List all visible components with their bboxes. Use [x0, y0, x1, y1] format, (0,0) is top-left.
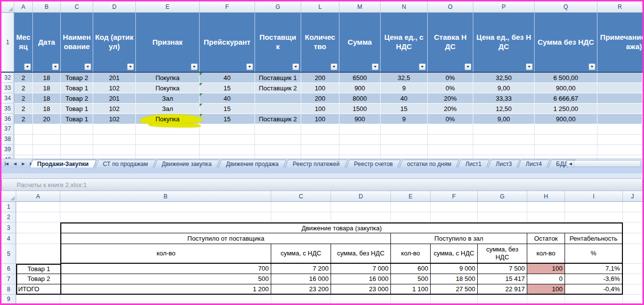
cell-P40[interactable]	[473, 155, 535, 159]
bottom-cell-I2[interactable]	[565, 212, 623, 222]
bottom-cell-G6[interactable]: 7 500	[478, 264, 527, 274]
bottom-cell-F8[interactable]: 27 500	[431, 284, 478, 295]
cell-O38[interactable]	[428, 135, 473, 145]
bottom-cell-J5[interactable]	[623, 244, 643, 264]
cell-C34[interactable]: Товар 2	[61, 93, 93, 104]
cell-N35[interactable]: 15	[381, 104, 428, 114]
tab-scroll-left-icon[interactable]: ◀	[567, 161, 574, 166]
bottom-cell-A6[interactable]: Товар 1	[16, 264, 60, 274]
cell-Q37[interactable]	[535, 124, 597, 135]
cell-P35[interactable]: 12,50	[473, 104, 535, 114]
bottom-row-header-5[interactable]: 5	[1, 244, 16, 264]
bottom-cell-H6[interactable]: 100	[527, 264, 565, 274]
bottom-cell-B9[interactable]	[60, 295, 271, 304]
window-title-bar[interactable]: Расчеты к книге 2.xlsx:1	[1, 178, 643, 191]
tab-nav-first[interactable]: ◀	[3, 161, 10, 167]
cell-E39[interactable]	[136, 145, 200, 155]
cell-D32[interactable]: 201	[93, 73, 136, 83]
row-header-36[interactable]: 36	[1, 114, 14, 124]
bottom-column-header-F[interactable]: F	[431, 191, 478, 201]
cell-M40[interactable]	[339, 155, 381, 159]
cell-M32[interactable]: 6500	[339, 73, 381, 83]
column-header-B[interactable]: B	[33, 1, 61, 12]
cell-M38[interactable]	[339, 135, 381, 145]
cell-B33[interactable]: 18	[33, 83, 61, 93]
group-header-rest[interactable]: Остаток	[527, 233, 565, 244]
cell-G40[interactable]	[255, 155, 301, 159]
cell-L39[interactable]	[301, 145, 339, 155]
cell-C38[interactable]	[61, 135, 93, 145]
cell-A36[interactable]: 2	[14, 114, 33, 124]
filter-button-G[interactable]	[292, 63, 299, 70]
header-cell-E[interactable]: Признак	[136, 13, 200, 72]
bottom-column-header-C[interactable]: C	[271, 191, 331, 201]
tab-nav-next[interactable]: ▶	[20, 161, 26, 167]
group-header-supplier[interactable]: Поступило от поставщика	[60, 233, 391, 244]
tab-scrollbar[interactable]: ◀	[567, 160, 641, 167]
cell-A33[interactable]: 2	[14, 83, 33, 93]
bottom-cell-H7[interactable]: 0	[527, 274, 565, 284]
filter-button-O[interactable]	[464, 63, 471, 70]
cell-C33[interactable]: Товар 1	[61, 83, 93, 93]
bottom-cell-J3[interactable]	[623, 222, 643, 233]
column-header-A[interactable]: A	[14, 1, 33, 12]
bottom-cell-E9[interactable]	[391, 295, 431, 304]
cell-O39[interactable]	[428, 145, 473, 155]
sheet-tab-6[interactable]: остатки по дням	[399, 160, 459, 167]
header-cell-O[interactable]: Ставка НДС	[428, 13, 473, 72]
bottom-cell-A9[interactable]	[16, 295, 60, 304]
cell-R34[interactable]	[597, 93, 643, 104]
cell-P39[interactable]	[473, 145, 535, 155]
cell-E38[interactable]	[136, 135, 200, 145]
column-header-E[interactable]: E	[136, 1, 200, 12]
bottom-cell-D7[interactable]: 16 000	[331, 274, 391, 284]
cell-P37[interactable]	[473, 124, 535, 135]
header-cell-F[interactable]: Прейскурант	[200, 13, 255, 72]
sub-header-C5[interactable]: сумма, с НДС	[271, 244, 331, 264]
cell-D36[interactable]: 102	[93, 114, 136, 124]
cell-A32[interactable]: 2	[14, 73, 33, 83]
sub-header-D5[interactable]: сумма, без НДС	[331, 244, 391, 264]
sheet-tab-4[interactable]: Реестр платежей	[285, 160, 348, 167]
bottom-cell-J7[interactable]	[623, 274, 643, 284]
bottom-column-header-A[interactable]: A	[16, 191, 60, 201]
cell-G38[interactable]	[255, 135, 301, 145]
bottom-cell-A4[interactable]	[16, 233, 60, 244]
bottom-cell-J6[interactable]	[623, 264, 643, 274]
bottom-row-header-3[interactable]: 3	[1, 222, 16, 233]
cell-L40[interactable]	[301, 155, 339, 159]
cell-L32[interactable]: 200	[301, 73, 339, 83]
cell-F38[interactable]	[200, 135, 255, 145]
column-header-C[interactable]: C	[61, 1, 93, 12]
cell-B34[interactable]: 18	[33, 93, 61, 104]
filter-button-D[interactable]	[127, 63, 134, 70]
bottom-column-header-H[interactable]: H	[527, 191, 565, 201]
column-header-L[interactable]: L	[301, 1, 339, 12]
bottom-cell-A8[interactable]: ИТОГО	[16, 284, 60, 295]
filter-button-B[interactable]	[52, 63, 59, 70]
sub-header-I5[interactable]: %	[565, 244, 623, 264]
cell-R40[interactable]	[597, 155, 643, 159]
row-header-34[interactable]: 34	[1, 93, 14, 104]
cell-P34[interactable]: 33,33	[473, 93, 535, 104]
bottom-column-header-I[interactable]: I	[565, 191, 623, 201]
column-header-M[interactable]: M	[339, 1, 381, 12]
cell-N33[interactable]: 9	[381, 83, 428, 93]
cell-C36[interactable]: Товар 1	[61, 114, 93, 124]
cell-D34[interactable]: 201	[93, 93, 136, 104]
row-header-38[interactable]: 38	[1, 135, 14, 145]
bottom-select-all-corner[interactable]	[1, 191, 16, 201]
bottom-row-header-2[interactable]: 2	[1, 212, 16, 222]
cell-D40[interactable]	[93, 155, 136, 159]
bottom-cell-I9[interactable]	[565, 295, 623, 304]
cell-A39[interactable]	[14, 145, 33, 155]
bottom-row-header-4[interactable]: 4	[1, 233, 16, 244]
table-title-cell[interactable]: Движение товара (закупка)	[60, 222, 623, 233]
bottom-cell-J4[interactable]	[623, 233, 643, 244]
cell-G36[interactable]: Поставщик 2	[255, 114, 301, 124]
cell-R35[interactable]	[597, 104, 643, 114]
bottom-column-header-B[interactable]: B	[60, 191, 271, 201]
bottom-cell-E2[interactable]	[391, 212, 431, 222]
bottom-cell-B8[interactable]: 1 200	[60, 284, 271, 295]
column-header-F[interactable]: F	[200, 1, 255, 12]
